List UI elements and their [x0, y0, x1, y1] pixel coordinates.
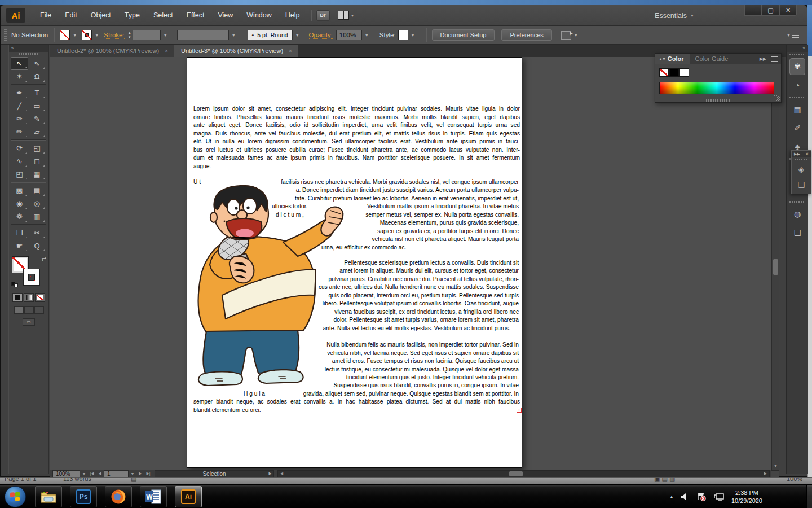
- color-spectrum-bar[interactable]: [659, 82, 774, 94]
- scale-tool[interactable]: ◱: [28, 142, 46, 155]
- vertical-scrollbar-thumb[interactable]: [773, 259, 778, 275]
- workspace-switcher[interactable]: Essentials ▼: [655, 5, 694, 26]
- transparency-panel-button[interactable]: ◍: [789, 205, 805, 222]
- blend-tool[interactable]: ◎: [28, 197, 46, 210]
- text-overflow-icon[interactable]: +: [517, 408, 522, 413]
- tools-collapse-icon[interactable]: «: [9, 45, 48, 52]
- tab-close-icon[interactable]: ×: [289, 48, 292, 54]
- brushes-panel-button[interactable]: ✐: [789, 120, 805, 137]
- prev-artboard-icon[interactable]: ◀: [96, 471, 104, 476]
- stroke-weight-field[interactable]: [133, 30, 161, 40]
- pencil-tool[interactable]: ✎: [28, 112, 46, 125]
- control-panel-menu-icon[interactable]: ▼: [787, 33, 799, 38]
- paintbrush-tool[interactable]: ✑: [11, 112, 28, 125]
- vertical-scrollbar[interactable]: ▲ ▼: [771, 57, 779, 470]
- eraser-tool[interactable]: ▱: [28, 125, 46, 138]
- style-dropdown-icon[interactable]: ▼: [409, 30, 417, 40]
- clock[interactable]: 2:38 PM 10/29/2020: [731, 489, 762, 505]
- first-artboard-icon[interactable]: |◀: [88, 471, 96, 476]
- stroke-weight-label[interactable]: Stroke:: [104, 32, 124, 39]
- stroke-weight-dropdown-icon[interactable]: ▼: [162, 30, 169, 40]
- scroll-down-icon[interactable]: ▼: [772, 463, 779, 470]
- rectangle-tool[interactable]: ▭: [28, 99, 46, 112]
- opacity-field[interactable]: 100%: [336, 30, 362, 40]
- status-expand-icon[interactable]: ▶: [269, 471, 272, 476]
- zoom-level-field[interactable]: 100%: [52, 470, 80, 478]
- horizontal-scrollbar-thumb[interactable]: [509, 471, 523, 476]
- photoshop-taskbar-button[interactable]: Ps: [70, 486, 97, 507]
- color-paint-button[interactable]: [12, 293, 23, 302]
- symbol-sprayer-tool[interactable]: ❁: [11, 210, 28, 223]
- eyedropper-tool[interactable]: ◉: [11, 197, 28, 210]
- tab-color-guide[interactable]: Color Guide: [690, 55, 734, 62]
- maximize-button[interactable]: ▢: [762, 5, 779, 16]
- menu-item[interactable]: View: [211, 5, 240, 25]
- zoom-tool[interactable]: Q: [28, 239, 46, 252]
- opacity-label[interactable]: Opacity:: [309, 32, 333, 39]
- color-guide-panel-button[interactable]: ◔: [789, 77, 805, 94]
- document-tab[interactable]: Untitled-3* @ 100% (CMYK/Preview) ×: [174, 45, 298, 57]
- illustrator-taskbar-button[interactable]: Ai: [175, 486, 202, 507]
- menu-item[interactable]: Effect: [180, 5, 211, 25]
- artboard-dropdown-icon[interactable]: ▼: [129, 472, 136, 476]
- white-swatch[interactable]: [679, 68, 689, 77]
- tab-close-icon[interactable]: ×: [165, 48, 168, 54]
- column-graph-tool[interactable]: ▥: [28, 210, 46, 223]
- artboards-panel-button[interactable]: ❏: [793, 177, 809, 192]
- menu-item[interactable]: Help: [279, 5, 307, 25]
- fill-dropdown-arrow-icon[interactable]: ▼: [71, 30, 78, 40]
- action-center-flag-icon[interactable]: [696, 492, 707, 501]
- fill-color-swatch[interactable]: [60, 30, 70, 40]
- menu-item[interactable]: Window: [240, 5, 278, 25]
- variable-width-profile-field[interactable]: [177, 30, 229, 40]
- cartoon-character-image[interactable]: [193, 185, 345, 386]
- artboard-number-field[interactable]: 1: [104, 470, 129, 478]
- document-tab[interactable]: Untitled-2* @ 100% (CMYK/Preview) ×: [50, 45, 174, 57]
- links-panel-button[interactable]: ❑: [789, 224, 805, 241]
- panel-drag-handle[interactable]: [706, 99, 731, 102]
- rotate-tool[interactable]: ⟳: [11, 142, 28, 155]
- pen-tool[interactable]: ✒: [11, 86, 28, 99]
- mesh-tool[interactable]: ▩: [11, 184, 28, 197]
- volume-icon[interactable]: [681, 493, 690, 501]
- close-button[interactable]: ✕: [779, 5, 797, 16]
- color-panel-button[interactable]: ✾: [789, 58, 805, 75]
- network-icon[interactable]: [713, 492, 725, 501]
- blob-brush-tool[interactable]: ✏: [11, 125, 28, 138]
- collapse-panel-icon[interactable]: ▶▶: [760, 56, 766, 62]
- type-tool[interactable]: T: [28, 86, 46, 99]
- style-swatch[interactable]: [398, 30, 408, 40]
- explorer-taskbar-button[interactable]: [35, 486, 62, 507]
- stroke-weight-stepper[interactable]: ▲▼: [128, 31, 131, 39]
- menu-item[interactable]: Object: [84, 5, 118, 25]
- show-desktop-button[interactable]: [806, 485, 812, 508]
- menu-item[interactable]: File: [33, 5, 58, 25]
- profile-dropdown-icon[interactable]: ▼: [230, 30, 237, 40]
- none-swatch[interactable]: [659, 68, 669, 77]
- panel-drag-handle[interactable]: [792, 157, 811, 161]
- menu-item[interactable]: Edit: [58, 5, 84, 25]
- next-artboard-icon[interactable]: ▶: [136, 471, 144, 476]
- none-paint-button[interactable]: [35, 293, 45, 302]
- screen-mode-button[interactable]: ▭: [23, 318, 35, 326]
- artboard[interactable]: Lorem ipsum dolor sit amet, consectetur …: [187, 57, 522, 468]
- dock-collapse-icon[interactable]: «: [787, 45, 808, 52]
- canvas-area[interactable]: Lorem ipsum dolor sit amet, consectetur …: [50, 57, 771, 474]
- magic-wand-tool[interactable]: ✶: [11, 70, 28, 83]
- tab-color[interactable]: ▲▼ Color: [655, 54, 690, 64]
- arrange-documents-button[interactable]: ▼: [338, 11, 355, 20]
- line-segment-tool[interactable]: ╱: [11, 99, 28, 112]
- width-tool[interactable]: ∿: [11, 155, 28, 168]
- tools-drag-handle[interactable]: [9, 52, 48, 56]
- gradient-paint-button[interactable]: [24, 293, 34, 302]
- start-button[interactable]: [5, 486, 26, 507]
- panel-resize-grip[interactable]: [774, 95, 780, 101]
- scroll-left-icon[interactable]: ◀: [278, 471, 285, 476]
- layers-panel-button[interactable]: ◈: [793, 162, 809, 177]
- last-artboard-icon[interactable]: ▶|: [144, 471, 152, 476]
- menu-item[interactable]: Type: [118, 5, 147, 25]
- shape-builder-tool[interactable]: ◰: [11, 168, 28, 181]
- direct-selection-tool[interactable]: ⇖: [28, 57, 46, 70]
- close-panel-icon[interactable]: ✕: [805, 152, 809, 156]
- bridge-button[interactable]: Br: [316, 10, 330, 21]
